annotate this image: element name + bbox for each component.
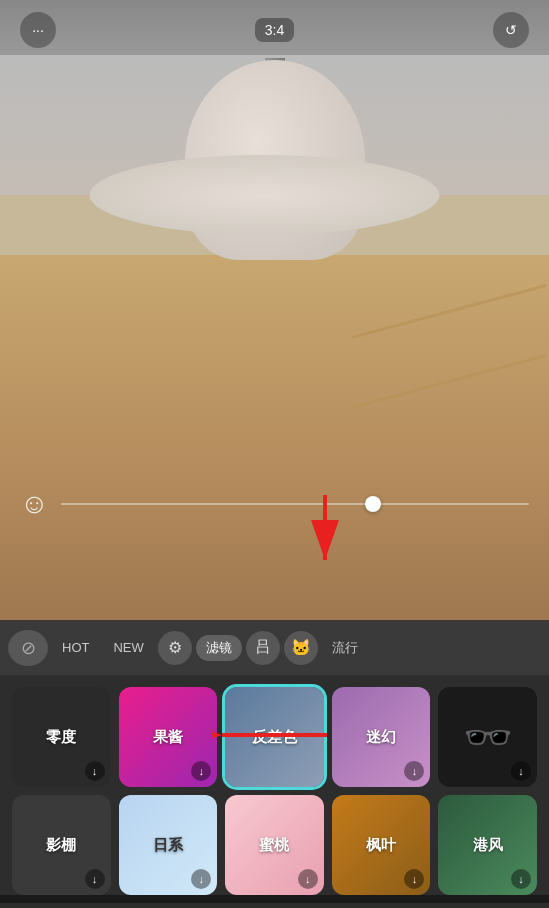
filter-guojiang-download[interactable] bbox=[191, 761, 211, 781]
tab-new-label: NEW bbox=[113, 640, 143, 655]
filter-lingdu-download[interactable] bbox=[85, 761, 105, 781]
tab-filter-label: 滤镜 bbox=[206, 640, 232, 655]
filter-gangfeng-label: 港风 bbox=[473, 836, 503, 855]
tab-no-filter[interactable]: ⊘ bbox=[8, 630, 48, 666]
filter-gangfeng-download[interactable] bbox=[511, 869, 531, 889]
tab-lv-label: 吕 bbox=[255, 637, 271, 658]
filter-yingpeng[interactable]: 影棚 bbox=[12, 795, 111, 895]
scene-lamp-disc bbox=[89, 155, 439, 235]
filter-rixie-download[interactable] bbox=[191, 869, 211, 889]
face-icon: ☺ bbox=[20, 488, 49, 520]
tab-hot[interactable]: HOT bbox=[52, 636, 99, 659]
filter-mihuan[interactable]: 迷幻 bbox=[332, 687, 431, 787]
tab-gear[interactable]: ⚙ bbox=[158, 631, 192, 665]
filter-rixie[interactable]: 日系 bbox=[119, 795, 218, 895]
filter-mitao-download[interactable] bbox=[298, 869, 318, 889]
scene-table bbox=[0, 255, 549, 620]
tab-popular-label: 流行 bbox=[332, 640, 358, 655]
filter-yingpeng-download[interactable] bbox=[85, 869, 105, 889]
tab-popular[interactable]: 流行 bbox=[322, 635, 368, 661]
filter-row-2: 影棚 日系 蜜桃 枫叶 港风 bbox=[12, 795, 537, 895]
filter-portrait-download[interactable] bbox=[511, 761, 531, 781]
portrait-icon: 🕶️ bbox=[463, 714, 513, 761]
filter-mihuan-label: 迷幻 bbox=[366, 728, 396, 747]
tab-cat[interactable]: 🐱 bbox=[284, 631, 318, 665]
filter-tabs-bar: ⊘ HOT NEW ⚙ 滤镜 吕 🐱 流行 bbox=[0, 620, 549, 675]
cat-icon: 🐱 bbox=[291, 638, 311, 657]
gear-icon: ⚙ bbox=[168, 638, 182, 657]
filter-rixie-label: 日系 bbox=[153, 836, 183, 855]
filter-gangfeng[interactable]: 港风 bbox=[438, 795, 537, 895]
menu-button[interactable]: ··· bbox=[20, 12, 56, 48]
shutter-area bbox=[0, 903, 549, 908]
filter-guojiang[interactable]: 果酱 bbox=[119, 687, 218, 787]
tab-hot-label: HOT bbox=[62, 640, 89, 655]
filter-mihuan-download[interactable] bbox=[404, 761, 424, 781]
tab-filter[interactable]: 滤镜 bbox=[196, 635, 242, 661]
camera-viewfinder: ··· 3:4 ↺ ☺ bbox=[0, 0, 549, 620]
red-arrow-1 bbox=[295, 490, 355, 570]
filter-mitao[interactable]: 蜜桃 bbox=[225, 795, 324, 895]
top-bar: ··· 3:4 ↺ bbox=[0, 0, 549, 60]
slash-icon: ⊘ bbox=[21, 637, 36, 659]
filter-portrait[interactable]: 🕶️ bbox=[438, 687, 537, 787]
brightness-slider-area: ☺ bbox=[0, 488, 549, 520]
flip-camera-button[interactable]: ↺ bbox=[493, 12, 529, 48]
tab-lv[interactable]: 吕 bbox=[246, 631, 280, 665]
filter-mitao-label: 蜜桃 bbox=[259, 836, 289, 855]
filter-lingdu-label: 零度 bbox=[46, 728, 76, 747]
filter-grid-area: 零度 果酱 反差色 迷幻 🕶️ bbox=[0, 675, 549, 895]
brightness-slider-thumb[interactable] bbox=[365, 496, 381, 512]
filter-guojiang-label: 果酱 bbox=[153, 728, 183, 747]
filter-fenye[interactable]: 枫叶 bbox=[332, 795, 431, 895]
aspect-ratio-badge[interactable]: 3:4 bbox=[255, 18, 294, 42]
filter-fenye-download[interactable] bbox=[404, 869, 424, 889]
red-arrow-2 bbox=[212, 710, 332, 760]
filter-yingpeng-label: 影棚 bbox=[46, 836, 76, 855]
tab-new[interactable]: NEW bbox=[103, 636, 153, 659]
filter-fenye-label: 枫叶 bbox=[366, 836, 396, 855]
filter-lingdu[interactable]: 零度 bbox=[12, 687, 111, 787]
